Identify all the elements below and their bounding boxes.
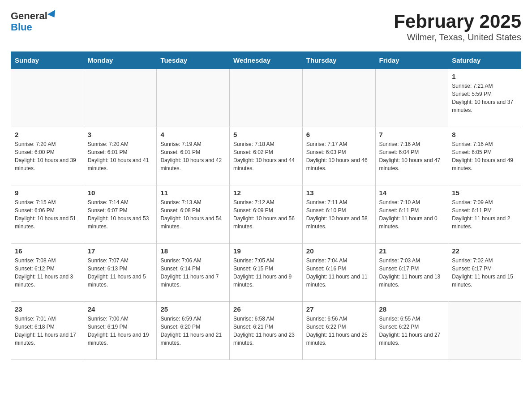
day-info: Sunrise: 7:14 AMSunset: 6:07 PMDaylight:… xyxy=(88,198,153,231)
calendar-day-cell: 18Sunrise: 7:06 AMSunset: 6:14 PMDayligh… xyxy=(157,244,230,302)
day-number: 27 xyxy=(306,305,372,313)
logo: General Blue xyxy=(11,11,57,33)
day-number: 8 xyxy=(452,131,517,138)
day-number: 18 xyxy=(160,247,226,255)
calendar-day-cell: 13Sunrise: 7:11 AMSunset: 6:10 PMDayligh… xyxy=(302,185,375,244)
day-number: 22 xyxy=(452,247,517,255)
logo-blue-text: Blue xyxy=(11,21,32,33)
day-info: Sunrise: 7:11 AMSunset: 6:10 PMDaylight:… xyxy=(306,198,372,231)
day-number: 16 xyxy=(15,247,80,255)
logo-general-text: General xyxy=(11,11,47,21)
calendar-day-cell: 3Sunrise: 7:20 AMSunset: 6:01 PMDaylight… xyxy=(84,127,157,185)
day-number: 12 xyxy=(233,189,299,197)
calendar-day-cell: 25Sunrise: 6:59 AMSunset: 6:20 PMDayligh… xyxy=(157,302,230,360)
page-header: General Blue February 2025 Wilmer, Texas… xyxy=(11,11,521,43)
calendar-day-cell: 1Sunrise: 7:21 AMSunset: 5:59 PMDaylight… xyxy=(448,69,521,127)
day-number: 19 xyxy=(233,247,299,255)
calendar-header-wednesday: Wednesday xyxy=(230,52,303,69)
day-number: 9 xyxy=(15,189,80,197)
day-number: 14 xyxy=(379,189,445,197)
calendar-day-cell: 6Sunrise: 7:17 AMSunset: 6:03 PMDaylight… xyxy=(302,127,375,185)
day-number: 6 xyxy=(306,131,372,138)
calendar-day-cell: 15Sunrise: 7:09 AMSunset: 6:11 PMDayligh… xyxy=(448,185,521,244)
day-info: Sunrise: 7:07 AMSunset: 6:13 PMDaylight:… xyxy=(88,257,153,289)
logo-triangle-icon xyxy=(47,10,58,20)
calendar-day-cell: 14Sunrise: 7:10 AMSunset: 6:11 PMDayligh… xyxy=(375,185,448,244)
calendar-header-saturday: Saturday xyxy=(448,52,521,69)
day-info: Sunrise: 7:10 AMSunset: 6:11 PMDaylight:… xyxy=(379,198,445,231)
day-info: Sunrise: 7:21 AMSunset: 5:59 PMDaylight:… xyxy=(452,82,517,114)
day-number: 26 xyxy=(233,305,299,313)
calendar-day-cell: 24Sunrise: 7:00 AMSunset: 6:19 PMDayligh… xyxy=(84,302,157,360)
calendar-day-cell xyxy=(230,69,303,127)
calendar-day-cell xyxy=(302,69,375,127)
calendar-header-sunday: Sunday xyxy=(11,52,84,69)
day-info: Sunrise: 7:20 AMSunset: 6:00 PMDaylight:… xyxy=(15,140,80,172)
day-info: Sunrise: 7:16 AMSunset: 6:04 PMDaylight:… xyxy=(379,140,445,172)
calendar-day-cell: 4Sunrise: 7:19 AMSunset: 6:01 PMDaylight… xyxy=(157,127,230,185)
day-info: Sunrise: 7:18 AMSunset: 6:02 PMDaylight:… xyxy=(233,140,299,172)
day-info: Sunrise: 6:58 AMSunset: 6:21 PMDaylight:… xyxy=(233,315,299,347)
calendar-day-cell: 21Sunrise: 7:03 AMSunset: 6:17 PMDayligh… xyxy=(375,244,448,302)
calendar-day-cell: 5Sunrise: 7:18 AMSunset: 6:02 PMDaylight… xyxy=(230,127,303,185)
day-info: Sunrise: 7:03 AMSunset: 6:17 PMDaylight:… xyxy=(379,257,445,289)
calendar-day-cell: 7Sunrise: 7:16 AMSunset: 6:04 PMDaylight… xyxy=(375,127,448,185)
calendar-header-thursday: Thursday xyxy=(302,52,375,69)
calendar-header-row: SundayMondayTuesdayWednesdayThursdayFrid… xyxy=(11,52,521,69)
calendar-header-tuesday: Tuesday xyxy=(157,52,230,69)
calendar-day-cell xyxy=(11,69,84,127)
day-info: Sunrise: 7:00 AMSunset: 6:19 PMDaylight:… xyxy=(88,315,153,347)
day-info: Sunrise: 7:04 AMSunset: 6:16 PMDaylight:… xyxy=(306,257,372,289)
day-info: Sunrise: 6:56 AMSunset: 6:22 PMDaylight:… xyxy=(306,315,372,347)
day-number: 15 xyxy=(452,189,517,197)
day-number: 28 xyxy=(379,305,445,313)
calendar-week-row: 16Sunrise: 7:08 AMSunset: 6:12 PMDayligh… xyxy=(11,244,521,302)
day-number: 13 xyxy=(306,189,372,197)
day-info: Sunrise: 7:13 AMSunset: 6:08 PMDaylight:… xyxy=(160,198,226,231)
day-number: 21 xyxy=(379,247,445,255)
day-info: Sunrise: 7:16 AMSunset: 6:05 PMDaylight:… xyxy=(452,140,517,172)
day-info: Sunrise: 7:01 AMSunset: 6:18 PMDaylight:… xyxy=(15,315,80,347)
day-info: Sunrise: 7:17 AMSunset: 6:03 PMDaylight:… xyxy=(306,140,372,172)
day-info: Sunrise: 7:12 AMSunset: 6:09 PMDaylight:… xyxy=(233,198,299,231)
calendar-week-row: 1Sunrise: 7:21 AMSunset: 5:59 PMDaylight… xyxy=(11,69,521,127)
day-number: 4 xyxy=(160,131,226,138)
day-number: 3 xyxy=(88,131,153,138)
day-info: Sunrise: 7:08 AMSunset: 6:12 PMDaylight:… xyxy=(15,257,80,289)
calendar-day-cell: 27Sunrise: 6:56 AMSunset: 6:22 PMDayligh… xyxy=(302,302,375,360)
day-info: Sunrise: 6:59 AMSunset: 6:20 PMDaylight:… xyxy=(160,315,226,347)
day-number: 1 xyxy=(452,73,517,80)
calendar-day-cell: 17Sunrise: 7:07 AMSunset: 6:13 PMDayligh… xyxy=(84,244,157,302)
calendar-day-cell: 9Sunrise: 7:15 AMSunset: 6:06 PMDaylight… xyxy=(11,185,84,244)
day-number: 11 xyxy=(160,189,226,197)
day-number: 5 xyxy=(233,131,299,138)
day-number: 17 xyxy=(88,247,153,255)
day-number: 23 xyxy=(15,305,80,313)
day-info: Sunrise: 6:55 AMSunset: 6:22 PMDaylight:… xyxy=(379,315,445,347)
calendar-day-cell: 23Sunrise: 7:01 AMSunset: 6:18 PMDayligh… xyxy=(11,302,84,360)
calendar-day-cell: 11Sunrise: 7:13 AMSunset: 6:08 PMDayligh… xyxy=(157,185,230,244)
calendar-day-cell: 20Sunrise: 7:04 AMSunset: 6:16 PMDayligh… xyxy=(302,244,375,302)
day-number: 20 xyxy=(306,247,372,255)
calendar-table: SundayMondayTuesdayWednesdayThursdayFrid… xyxy=(11,51,521,360)
day-info: Sunrise: 7:15 AMSunset: 6:06 PMDaylight:… xyxy=(15,198,80,231)
day-number: 2 xyxy=(15,131,80,138)
day-info: Sunrise: 7:05 AMSunset: 6:15 PMDaylight:… xyxy=(233,257,299,289)
calendar-week-row: 9Sunrise: 7:15 AMSunset: 6:06 PMDaylight… xyxy=(11,185,521,244)
calendar-day-cell: 12Sunrise: 7:12 AMSunset: 6:09 PMDayligh… xyxy=(230,185,303,244)
day-number: 10 xyxy=(88,189,153,197)
calendar-week-row: 23Sunrise: 7:01 AMSunset: 6:18 PMDayligh… xyxy=(11,302,521,360)
day-info: Sunrise: 7:19 AMSunset: 6:01 PMDaylight:… xyxy=(160,140,226,172)
day-info: Sunrise: 7:06 AMSunset: 6:14 PMDaylight:… xyxy=(160,257,226,289)
calendar-day-cell: 26Sunrise: 6:58 AMSunset: 6:21 PMDayligh… xyxy=(230,302,303,360)
page-title: February 2025 xyxy=(394,11,521,32)
day-info: Sunrise: 7:02 AMSunset: 6:17 PMDaylight:… xyxy=(452,257,517,289)
calendar-week-row: 2Sunrise: 7:20 AMSunset: 6:00 PMDaylight… xyxy=(11,127,521,185)
title-block: February 2025 Wilmer, Texas, United Stat… xyxy=(394,11,521,43)
day-info: Sunrise: 7:20 AMSunset: 6:01 PMDaylight:… xyxy=(88,140,153,172)
calendar-header-friday: Friday xyxy=(375,52,448,69)
day-info: Sunrise: 7:09 AMSunset: 6:11 PMDaylight:… xyxy=(452,198,517,231)
day-number: 25 xyxy=(160,305,226,313)
page-subtitle: Wilmer, Texas, United States xyxy=(394,32,521,43)
calendar-day-cell xyxy=(157,69,230,127)
